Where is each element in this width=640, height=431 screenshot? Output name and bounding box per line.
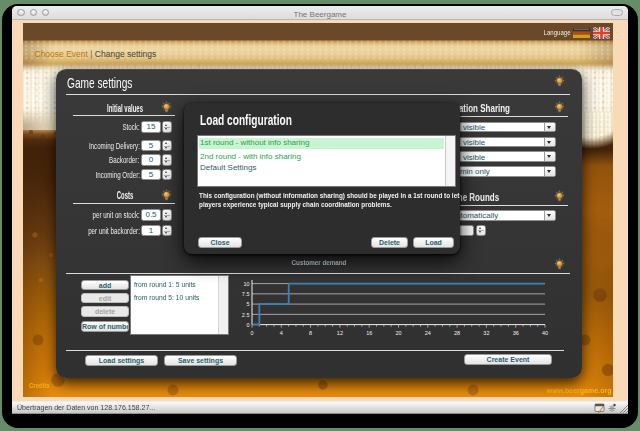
svg-text:8: 8 xyxy=(309,330,312,336)
svg-text:12: 12 xyxy=(337,330,343,336)
svg-text:32: 32 xyxy=(483,330,489,336)
svg-text:2.5: 2.5 xyxy=(242,312,250,318)
svg-text:36: 36 xyxy=(513,330,519,336)
svg-text:0: 0 xyxy=(246,322,249,328)
svg-text:16: 16 xyxy=(366,330,372,336)
svg-text:0: 0 xyxy=(250,330,253,336)
svg-text:5: 5 xyxy=(246,301,249,307)
svg-text:7.5: 7.5 xyxy=(242,291,250,297)
svg-text:4: 4 xyxy=(280,330,283,336)
svg-text:28: 28 xyxy=(454,330,460,336)
svg-text:10: 10 xyxy=(243,281,249,287)
svg-text:24: 24 xyxy=(425,330,431,336)
svg-text:40: 40 xyxy=(542,330,548,336)
svg-text:20: 20 xyxy=(395,330,401,336)
